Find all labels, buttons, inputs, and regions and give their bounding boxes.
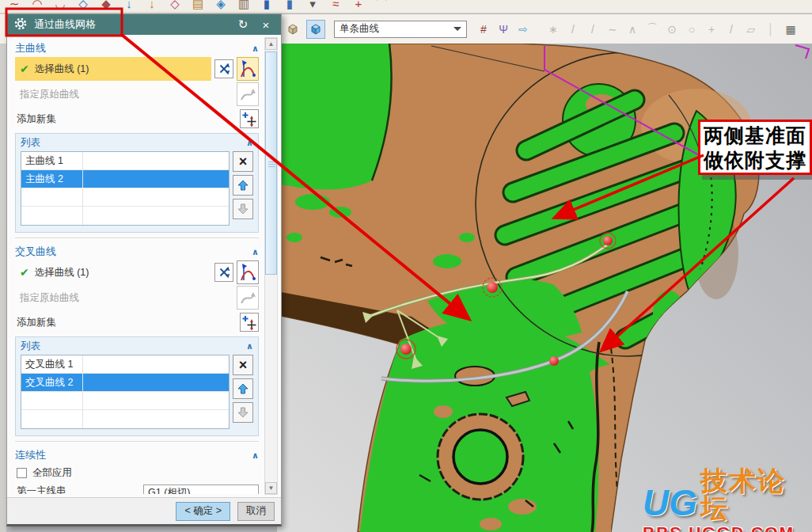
check-icon: ✔ — [20, 63, 29, 75]
ok-button[interactable]: < 确定 > — [176, 502, 230, 521]
collapse-chevron-icon[interactable]: ∧ — [252, 247, 259, 257]
collapse-chevron-icon[interactable]: ∧ — [246, 341, 253, 352]
callout-line1: 两侧基准面 — [700, 124, 810, 148]
curve-filter-icon[interactable]: ∼ — [605, 23, 620, 36]
edge-filter-icon[interactable]: / — [723, 23, 739, 36]
remove-item-button[interactable]: × — [233, 151, 253, 172]
list-item[interactable]: 交叉曲线 1 — [21, 355, 229, 374]
main-origin-curve-label: 指定原始曲线 — [20, 88, 79, 101]
list-item-empty[interactable] — [21, 188, 229, 207]
proceed-arrow-icon[interactable]: ⇨ — [515, 23, 531, 36]
stop-at-intersection-icon[interactable]: # — [476, 23, 491, 36]
collapse-chevron-icon[interactable]: ∧ — [252, 44, 259, 54]
dialog-scrollbar[interactable]: ▲ ▼ — [264, 37, 278, 495]
move-handles-icon[interactable]: ∗ — [545, 23, 561, 36]
shaded-edges-view-icon[interactable] — [306, 20, 325, 39]
selection-tree-icon[interactable]: Ψ — [495, 23, 511, 36]
studio-spline-icon[interactable]: ◡ — [52, 0, 68, 13]
list-item-empty[interactable] — [21, 207, 229, 225]
reverse-direction-button[interactable] — [214, 59, 233, 78]
collapse-chevron-icon[interactable]: ∧ — [246, 138, 253, 148]
apply-all-checkbox[interactable] — [17, 468, 27, 478]
dialog-footer: < 确定 > 取消 — [7, 497, 281, 524]
bridge-curve-icon[interactable]: ⌒ — [374, 0, 389, 13]
snip-curve-icon[interactable]: ∼ — [6, 0, 22, 13]
cross-add-set-label: 添加新集 — [17, 316, 56, 329]
first-string-dropdown[interactable]: G1 (相切) — [143, 484, 259, 494]
list-item-empty[interactable] — [21, 410, 229, 428]
bounded-plane-icon[interactable]: ▤ — [190, 0, 206, 13]
datum-sheet-icon[interactable]: ◇ — [167, 0, 183, 13]
dialog-title: 通过曲线网格 — [34, 17, 96, 32]
through-curve-mesh-icon[interactable]: ◈ — [213, 0, 229, 13]
freeform-icon[interactable]: ≈ — [328, 0, 343, 13]
watermark-logo: UG — [643, 484, 697, 521]
scroll-up-icon[interactable]: ▲ — [265, 38, 277, 50]
watermark-title: 技术论坛 — [700, 467, 812, 521]
viewport-3d[interactable] — [277, 44, 812, 532]
close-icon[interactable]: × — [258, 18, 274, 32]
arc-filter-icon[interactable]: ⌒ — [644, 22, 660, 36]
main-add-new-set-button[interactable] — [240, 109, 259, 128]
move-up-button[interactable] — [233, 175, 253, 196]
cross-origin-curve-label: 指定原始曲线 — [20, 291, 79, 305]
reverse-direction-button[interactable] — [214, 263, 233, 282]
circle-filter-icon[interactable]: ○ — [684, 23, 700, 36]
shaded-view-icon[interactable] — [283, 20, 302, 39]
spline-filter-icon[interactable]: ∧ — [624, 23, 640, 36]
trim-icon[interactable]: + — [351, 0, 366, 13]
curve-rule-value: 单条曲线 — [340, 22, 379, 36]
line-filter2-icon[interactable]: / — [585, 23, 601, 36]
extract-icon[interactable]: ↓ — [121, 0, 137, 13]
list-item-selected[interactable]: 主曲线 2 — [21, 170, 229, 188]
list-item[interactable]: 主曲线 1 — [21, 152, 229, 170]
main-curves-list-panel: 列表 ∧ 主曲线 1 主曲线 2 × — [15, 133, 259, 233]
cylinder-icon[interactable]: ▮ — [259, 0, 275, 13]
window-edge — [0, 13, 6, 532]
face-filter-icon[interactable]: ▱ — [743, 23, 759, 36]
origin-curve-button-disabled — [237, 286, 259, 310]
move-down-button-disabled — [233, 199, 253, 219]
arc-icon[interactable]: ◠ — [29, 0, 45, 13]
cross-select-curve-field[interactable]: ✔ 选择曲线 (1) — [15, 260, 211, 284]
collapse-chevron-icon[interactable]: ∧ — [252, 450, 259, 461]
cross-curves-list-panel: 列表 ∧ 交叉曲线 1 交叉曲线 2 × — [15, 336, 259, 436]
list-item-selected[interactable]: 交叉曲线 2 — [21, 374, 229, 392]
move-down-button-disabled — [233, 402, 253, 423]
continuity-section-header[interactable]: 连续性 ∧ — [15, 448, 259, 462]
main-curves-title: 主曲线 — [15, 41, 46, 55]
check-icon: ✔ — [20, 266, 29, 279]
sheet-body-icon[interactable]: ◇ — [75, 0, 91, 13]
main-curves-section-header[interactable]: 主曲线 ∧ — [15, 41, 259, 55]
remove-item-button[interactable]: × — [233, 355, 253, 375]
curve-select-button[interactable] — [237, 260, 259, 284]
cross-add-new-set-button[interactable] — [240, 313, 259, 332]
forum-watermark: UG 技术论坛 BBS.UGGD.COM — [643, 467, 812, 532]
chevron-down-icon — [453, 27, 461, 35]
curve-rule-dropdown[interactable]: 单条曲线 — [334, 21, 467, 38]
move-up-button[interactable] — [233, 378, 253, 399]
main-select-curve-field[interactable]: ✔ 选择曲线 (1) — [15, 57, 211, 81]
list-item-empty[interactable] — [21, 392, 229, 410]
toolbar-caret-icon[interactable]: ▾ — [305, 0, 321, 13]
grid-icon[interactable]: ▦ — [783, 23, 799, 36]
line-filter-icon[interactable]: / — [565, 23, 581, 36]
cross-curves-section-header[interactable]: 交叉曲线 ∧ — [15, 245, 259, 259]
cylinder-export-icon[interactable]: ▮ — [282, 0, 298, 13]
curve-select-button-active[interactable] — [237, 57, 259, 81]
cancel-button[interactable]: 取消 — [237, 502, 275, 521]
apply-all-label: 全部应用 — [32, 466, 72, 480]
point-filter-icon[interactable]: + — [704, 23, 719, 36]
main-curves-list: 主曲线 1 主曲线 2 — [21, 151, 230, 226]
circle-center-filter-icon[interactable]: ⊙ — [664, 23, 680, 36]
scrollbar-thumb[interactable] — [265, 51, 277, 275]
mirror-feature-icon[interactable]: ▥ — [236, 0, 252, 13]
scroll-down-icon[interactable]: ▼ — [265, 482, 277, 494]
drop-curve-icon[interactable]: ↓ — [144, 0, 160, 13]
dialog-titlebar[interactable]: 通过曲线网格 ↻ × — [7, 14, 281, 35]
swept-icon[interactable]: ◆ — [98, 0, 114, 13]
annotation-callout: 两侧基准面 做依附支撑 — [698, 120, 812, 175]
reset-icon[interactable]: ↻ — [235, 17, 251, 32]
cross-origin-curve-field: 指定原始曲线 — [15, 286, 233, 310]
gear-icon[interactable] — [14, 17, 27, 32]
